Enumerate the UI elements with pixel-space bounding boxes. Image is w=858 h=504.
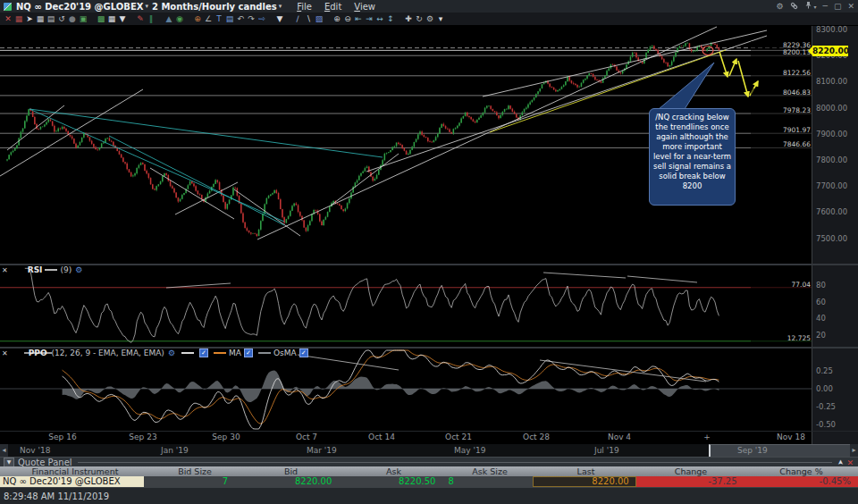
expand-width-icon[interactable]: ↔ [375, 13, 384, 25]
quote-column-header[interactable]: Change [637, 466, 744, 476]
target-icon[interactable]: ⊕ [193, 13, 202, 25]
quote-cell-ask: 8220.50 [339, 476, 442, 487]
quote-panel-column-headers: Financial InstrumentBid SizeBidAskAsk Si… [0, 466, 858, 476]
osma-line-sample [258, 352, 271, 354]
rsi-settings-icon[interactable]: ⚙ [75, 265, 82, 274]
draw-icon[interactable]: ✎ [136, 13, 145, 25]
timeframe-title[interactable]: 2 Months/Hourly candles [152, 2, 277, 12]
undo-icon[interactable]: ↶ [236, 13, 245, 25]
menu-edit[interactable]: Edit [324, 2, 341, 12]
ppo-checkbox[interactable]: ✓ [199, 349, 208, 357]
quote-column-header[interactable]: Ask [342, 466, 445, 476]
pin-icon[interactable]: ▾ [804, 1, 817, 12]
title-bar: NQ ∞ Dec20'19 @GLOBEX ▾ 2 Months/Hourly … [0, 0, 858, 13]
grid-layout-icon[interactable]: ▦ [107, 13, 116, 25]
more-dropdown-icon[interactable]: ▾ [436, 13, 445, 25]
mountain-icon[interactable]: ▲ [164, 13, 173, 25]
scrollbar-date-label: Jul '19 [594, 446, 619, 455]
channel-icon[interactable]: ▨ [315, 13, 324, 25]
scrollbar-thumb[interactable] [709, 444, 851, 457]
pane-separator[interactable] [0, 264, 858, 265]
time-scrollbar[interactable]: ◂ ▸ Nov '18Jan '19Mar '19May '19Jul '19S… [0, 444, 858, 457]
rsi-pane-header: ✕ RSI (9) ⚙ [2, 265, 86, 274]
quote-column-header[interactable]: Bid Size [150, 466, 240, 476]
coin-icon[interactable]: ◉ [175, 13, 184, 25]
last-price-value: 8220.00 [812, 46, 849, 55]
quote-panel-rule [78, 462, 832, 463]
ppo-close-icon[interactable]: ✕ [2, 349, 8, 357]
scroll-right-button[interactable]: ▸ [850, 444, 858, 457]
quote-column-header[interactable]: Change % [744, 466, 858, 476]
refresh-icon[interactable]: ↻ [415, 13, 424, 25]
measure-icon[interactable]: ∕ [293, 13, 302, 25]
ppo-settings-icon[interactable]: ⚙ [168, 349, 175, 357]
forward-icon[interactable]: ⇨ [257, 13, 266, 25]
link-icon[interactable] [790, 2, 798, 12]
note-icon[interactable]: ▤ [225, 13, 234, 25]
menu-bar: FileEditView [290, 2, 382, 12]
quote-cell-financial-instrument: NQ ∞ Dec20'19 @GLOBEX [0, 476, 144, 487]
redo-icon[interactable]: ↷ [247, 13, 256, 25]
chart-canvas[interactable] [0, 0, 812, 444]
window-controls: ⚙ ▾ ─ ▢ ✕ [776, 1, 854, 12]
layout-icon[interactable]: ▩ [97, 13, 105, 25]
symbol-dropdown-icon[interactable]: ▾ [145, 3, 148, 10]
scrollbar-date-label: Sep '19 [737, 446, 768, 455]
pointer-hand-icon[interactable]: ➤ [837, 459, 845, 466]
layouts-dropdown-icon[interactable]: ▼ [118, 13, 127, 25]
close-icon[interactable]: ✕ [847, 2, 854, 11]
scroll-left-button[interactable]: ◂ [0, 444, 8, 457]
quote-cell-change: -37.25 [636, 476, 744, 487]
rotate-icon[interactable]: ↺ [57, 13, 66, 25]
ppo-label[interactable]: PPO [24, 349, 52, 357]
expand-height-icon[interactable]: ↕ [386, 13, 395, 25]
angle-icon[interactable]: ∠ [204, 13, 213, 25]
ma-checkbox[interactable]: ✓ [244, 349, 253, 357]
annotation-callout[interactable]: /NQ cracking below the trendlines once a… [649, 108, 736, 206]
quote-column-header[interactable]: Financial Instrument [0, 466, 150, 476]
menu-view[interactable]: View [354, 2, 375, 12]
symbol-title[interactable]: NQ ∞ Dec20'19 @GLOBEX [16, 2, 143, 12]
minimize-icon[interactable]: ─ [823, 2, 828, 11]
expand-left-icon[interactable]: ⇤ [354, 13, 363, 25]
quote-panel-close-icon[interactable]: ✕ [846, 458, 854, 467]
tools-dropdown-icon[interactable]: ▼ [275, 13, 284, 25]
status-datetime: 8:29:48 AM 11/11/2019 [4, 491, 109, 501]
zoom-out-icon[interactable]: ⊖ [343, 13, 352, 25]
rsi-label[interactable]: RSI [28, 265, 43, 274]
last-price-tag: 8220.00 [812, 46, 848, 56]
close-chart-icon[interactable]: ✕ [4, 13, 13, 25]
cursor-icon[interactable]: ➤ [25, 13, 34, 25]
quote-cell-last: 8220.00 [533, 476, 636, 487]
rsi-params: (9) [60, 265, 72, 274]
quote-column-header[interactable]: Bid [240, 466, 342, 476]
ppo-line-sample [181, 352, 194, 354]
gear-icon[interactable]: ⚙ [776, 2, 783, 11]
scrollbar-date-label: May '19 [454, 446, 485, 455]
table-icon[interactable]: ▦ [36, 13, 45, 25]
price-axis[interactable] [812, 25, 858, 444]
copy-icon[interactable]: ▤ [46, 13, 55, 25]
candles-icon[interactable]: ∥ [147, 13, 156, 25]
snap-grid-icon[interactable]: ▦ [14, 13, 23, 25]
maximize-icon[interactable]: ▢ [834, 2, 842, 11]
image-icon[interactable]: ▣ [79, 13, 88, 25]
scrollbar-date-label: Jan '19 [161, 446, 189, 455]
sphere-icon[interactable]: ● [68, 13, 77, 25]
expand-right-icon[interactable]: ⇥ [365, 13, 374, 25]
settings-icon[interactable]: ⚙ [425, 13, 434, 25]
text-tool-icon[interactable]: T [214, 13, 223, 25]
pan-icon[interactable]: ✚ [404, 13, 413, 25]
scrollbar-date-label: Nov '18 [20, 446, 50, 455]
timeframe-dropdown-icon[interactable]: ▾ [279, 3, 282, 10]
trendline-icon[interactable]: ∖ [304, 13, 313, 25]
quote-column-header[interactable]: Ask Size [445, 466, 534, 476]
zoom-in-icon[interactable]: ⊕ [332, 13, 341, 25]
rsi-close-icon[interactable]: ✕ [2, 266, 8, 274]
quote-panel-row[interactable]: NQ ∞ Dec20'19 @GLOBEX78220.008220.508822… [0, 476, 858, 487]
osma-label: OsMA [273, 349, 297, 357]
quote-cell-bid-size: 7 [144, 476, 235, 487]
quote-column-header[interactable]: Last [534, 466, 637, 476]
menu-file[interactable]: File [297, 2, 312, 12]
osma-checkbox[interactable]: ✓ [299, 349, 308, 357]
